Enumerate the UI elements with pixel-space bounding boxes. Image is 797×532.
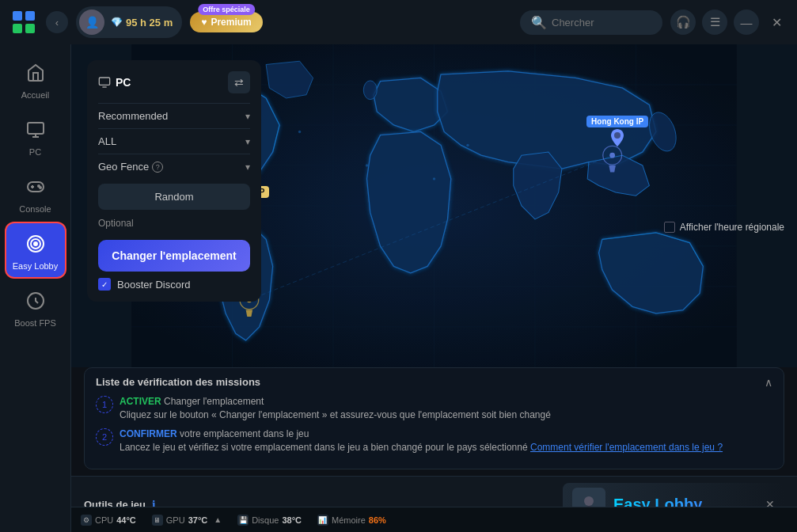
svg-point-37: [466, 144, 469, 146]
gpu-chevron[interactable]: ▲: [214, 515, 222, 524]
all-label: ALL: [98, 135, 116, 147]
mission-keyword-activer: ACTIVER: [120, 396, 161, 407]
panel-title: PC: [98, 76, 131, 89]
sidebar-item-console[interactable]: Console: [6, 166, 65, 220]
svg-point-39: [298, 131, 301, 133]
recommended-section[interactable]: Recommended ▾: [98, 103, 250, 128]
sidebar-item-pc[interactable]: PC: [6, 109, 65, 163]
all-section[interactable]: ALL ▾: [98, 128, 250, 154]
memoire-label: Mémoire: [332, 515, 366, 525]
mission-item-1: 1 ACTIVER Changer l'emplacement Cliquez …: [96, 395, 772, 422]
change-location-label: Changer l'emplacement: [112, 249, 236, 262]
svg-rect-3: [25, 24, 35, 33]
hongkong-label: Hong Kong IP: [586, 116, 648, 127]
mission-sub-2: Lancez le jeu et vérifiez si votre empla…: [120, 442, 530, 453]
close-button[interactable]: ✕: [765, 11, 788, 33]
svg-point-36: [433, 177, 435, 180]
gems-display: 💎 95 h 25 m: [111, 17, 173, 28]
search-input[interactable]: [552, 17, 651, 28]
svg-rect-1: [25, 11, 35, 21]
cpu-value: 44°C: [116, 515, 136, 525]
panel-header: PC ⇄: [98, 71, 250, 93]
sidebar-item-boost-fps[interactable]: Boost FPS: [6, 280, 65, 334]
memoire-status: 📊 Mémoire 86%: [317, 515, 386, 526]
target-icon: [21, 230, 50, 258]
sidebar: Accueil PC Conso: [0, 44, 71, 532]
svg-point-14: [34, 242, 37, 245]
close-icon: ✕: [772, 15, 782, 30]
panel-title-text: PC: [116, 76, 131, 89]
offre-badge: Offre spéciale: [198, 4, 255, 15]
recommended-chevron: ▾: [245, 111, 250, 122]
menu-icon: ☰: [710, 15, 720, 29]
mission-text-2: CONFIRMER votre emplacement dans le jeu …: [120, 428, 723, 454]
gems-value: 95 h 25 m: [126, 17, 173, 28]
random-button[interactable]: Random: [98, 184, 250, 210]
mission-num-2: 2: [96, 428, 113, 446]
missions-collapse-button[interactable]: ∧: [765, 376, 772, 389]
regional-time-checkbox[interactable]: [664, 222, 675, 233]
mission-main-2: votre emplacement dans le jeu: [180, 428, 309, 439]
mission-sub-1: Cliquez sur le bouton « Changer l'emplac…: [120, 409, 551, 420]
booster-label: Booster Discord: [117, 279, 190, 291]
booster-checkbox[interactable]: ✓: [98, 278, 111, 291]
disque-label: Disque: [252, 515, 279, 525]
svg-point-44: [584, 496, 594, 506]
missions-header: Liste de vérification des missions ∧: [96, 376, 772, 389]
location-panel: PC ⇄ Recommended ▾ ALL ▾ Geo Fence: [87, 60, 261, 302]
sidebar-label-boost-fps: Boost FPS: [14, 318, 56, 328]
regional-time-label: Afficher l'heure régionale: [680, 222, 784, 233]
sidebar-label-accueil: Accueil: [21, 90, 49, 100]
back-button[interactable]: ‹: [46, 11, 68, 33]
premium-button[interactable]: Offre spéciale ♥ Premium: [190, 12, 262, 32]
map-area: Chile IP Hong Kong IP PC ⇄: [71, 44, 797, 367]
svg-rect-42: [99, 78, 109, 85]
random-label: Random: [154, 191, 193, 203]
svg-point-30: [363, 81, 377, 100]
search-bar[interactable]: 🔍: [520, 10, 662, 35]
minimize-button[interactable]: —: [734, 10, 759, 35]
sidebar-label-easy-lobby: Easy Lobby: [13, 261, 58, 271]
menu-button[interactable]: ☰: [702, 10, 727, 35]
sidebar-item-accueil[interactable]: Accueil: [6, 52, 65, 106]
svg-point-41: [614, 132, 621, 139]
cpu-icon: ⚙: [81, 515, 92, 526]
content-area: Chile IP Hong Kong IP PC ⇄: [71, 44, 797, 532]
mission-text-1: ACTIVER Changer l'emplacement Cliquez su…: [120, 395, 551, 422]
hongkong-pin: Hong Kong IP: [586, 116, 648, 146]
disque-icon: 💾: [237, 515, 249, 526]
mission-link-2[interactable]: Comment vérifier l'emplacement dans le j…: [530, 442, 723, 453]
memoire-value: 86%: [369, 515, 386, 525]
mission-item-2: 2 CONFIRMER votre emplacement dans le je…: [96, 428, 772, 454]
topbar-icons: 🎧 ☰ — ✕: [670, 10, 788, 35]
optional-label: Optional: [98, 215, 250, 232]
support-button[interactable]: 🎧: [670, 10, 696, 35]
geofence-section[interactable]: Geo Fence ? ▾: [98, 154, 250, 179]
disque-status: 💾 Disque 38°C: [237, 515, 302, 526]
monitor-icon: [21, 116, 50, 144]
disque-value: 38°C: [282, 515, 302, 525]
cpu-status: ⚙ CPU 44°C: [81, 515, 136, 526]
topbar: ‹ 👤 💎 95 h 25 m Offre spéciale ♥ Premium…: [0, 0, 797, 44]
info-icon: ?: [152, 162, 163, 173]
missions-title: Liste de vérification des missions: [96, 376, 260, 388]
change-location-button[interactable]: Changer l'emplacement: [98, 240, 250, 272]
gpu-status: 🖥 GPU 37°C ▲: [152, 515, 222, 526]
mission-keyword-confirmer: CONFIRMER: [120, 428, 177, 439]
cpu-label: CPU: [95, 515, 113, 525]
minimize-icon: —: [741, 16, 753, 29]
gpu-value: 37°C: [188, 515, 208, 525]
mission-num-1: 1: [96, 396, 113, 413]
heart-icon: ♥: [201, 17, 207, 28]
profile-section: 👤 💎 95 h 25 m: [76, 6, 182, 38]
svg-rect-4: [28, 123, 44, 134]
memoire-icon: 📊: [317, 515, 328, 526]
recommended-label: Recommended: [98, 110, 168, 122]
panel-switch-button[interactable]: ⇄: [228, 71, 250, 93]
gem-icon: 💎: [111, 17, 123, 28]
status-bar: ⚙ CPU 44°C 🖥 GPU 37°C ▲ 💾 Disque 38°C 📊 …: [71, 507, 797, 532]
sidebar-label-pc: PC: [29, 147, 41, 157]
sidebar-item-easy-lobby[interactable]: Easy Lobby: [6, 223, 65, 277]
svg-point-38: [366, 164, 368, 166]
main-layout: Accueil PC Conso: [0, 44, 797, 532]
